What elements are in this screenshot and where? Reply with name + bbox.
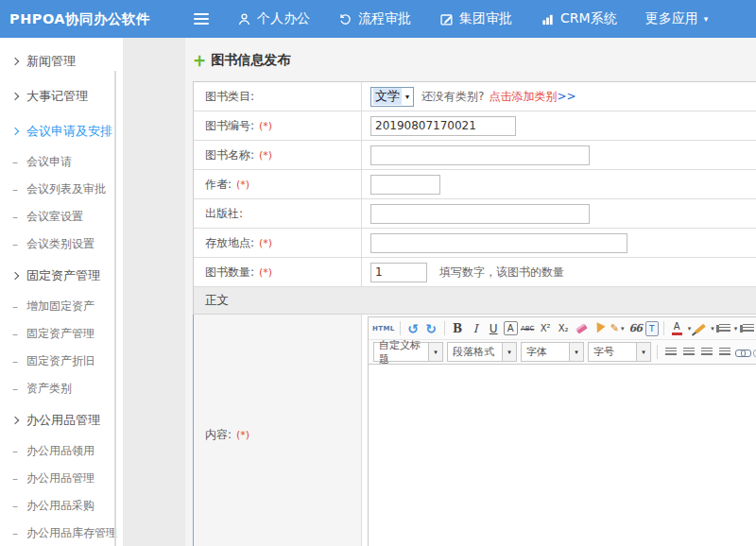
marker-pen-icon [695,323,706,333]
remove-link-button[interactable] [752,343,756,362]
ordered-list-button[interactable] [715,319,731,338]
required-marker: (*) [259,266,272,279]
editor-content-area[interactable] [369,365,756,546]
paste-text-button[interactable]: T [645,321,659,336]
category-select[interactable]: 文学 ▾ [370,87,414,107]
align-left-icon [665,348,677,357]
caret-down-icon: ▾ [569,343,583,361]
field-label: 图书编号: [205,118,254,134]
ordered-list-icon [719,324,730,333]
caret-down-icon[interactable]: ▾ [711,325,714,333]
align-justify-button[interactable] [716,343,732,362]
underline-button[interactable]: U [486,319,502,338]
edit-icon [439,12,454,26]
sidebar-item-add-asset[interactable]: 增加固定资产 [0,293,123,320]
align-center-icon [683,348,695,357]
bar-chart-icon [541,12,555,26]
strikethrough-button[interactable]: ABC [520,319,536,338]
blockquote-button[interactable]: 66 [627,319,644,338]
field-label: 出版社: [205,206,243,222]
highlight-color-button[interactable] [692,319,708,338]
sidebar-item-supplies-inventory[interactable]: 办公用品库存管理 [0,520,123,546]
font-border-button[interactable]: A [504,321,518,335]
sidebar-item-meeting-apply[interactable]: 会议申请 [0,148,123,176]
align-center-button[interactable] [680,343,696,362]
custom-title-select[interactable]: 自定义标题 ▾ [373,342,443,362]
eraser-button[interactable] [574,319,590,338]
sidebar-item-supplies-purchase[interactable]: 办公用品采购 [0,492,123,520]
insert-link-button[interactable] [734,343,750,362]
sidebar-item-supplies-manage[interactable]: 办公用品管理 [0,465,123,492]
nav-item-more-apps[interactable]: 更多应用 ▾ [645,10,709,27]
nav-item-personal-office[interactable]: 个人办公 [237,10,310,27]
add-category-arrows[interactable]: >> [557,90,576,103]
caret-down-icon[interactable]: ▾ [734,325,738,333]
required-marker: (*) [236,429,249,441]
required-marker: (*) [259,237,272,249]
caret-down-icon: ▾ [704,14,709,24]
location-input[interactable] [370,233,627,253]
sidebar-nav: 新闻管理 大事记管理 会议申请及安排 会议申请 会议列表及审批 会议室设置 会议… [0,38,123,546]
form-row-book-code: 图书编号:(*) [194,111,756,141]
nav-item-crm-system[interactable]: CRM系统 [541,10,617,27]
font-family-select[interactable]: 字体 ▾ [521,342,584,362]
redo-button[interactable]: ↻ [423,319,439,338]
book-name-input[interactable] [370,145,590,165]
font-color-button[interactable]: A [669,319,685,338]
sidebar-group-office-supplies[interactable]: 办公用品管理 [0,402,123,437]
editor-toolbar-row2: 自定义标题 ▾ 段落格式 ▾ 字体 ▾ 字号 ▾ [369,340,756,365]
no-category-hint: 还没有类别? [421,89,484,105]
book-code-input[interactable] [370,116,516,136]
align-left-button[interactable] [662,343,679,362]
sidebar-item-meeting-category[interactable]: 会议类别设置 [0,230,123,258]
menu-toggle-icon[interactable] [194,13,209,25]
undo-button[interactable]: ↺ [405,319,421,338]
unordered-list-icon [743,324,754,333]
nav-item-workflow-approval[interactable]: 流程审批 [338,10,411,27]
superscript-button[interactable]: X² [538,319,554,338]
caret-down-icon: ▾ [428,343,442,361]
sidebar-group-fixed-assets[interactable]: 固定资产管理 [0,258,123,293]
nav-item-label: 流程审批 [358,10,411,27]
section-header-body: 正文 [194,287,756,315]
italic-button[interactable]: I [468,319,484,338]
chevron-right-icon [11,272,19,280]
add-category-link[interactable]: 点击添加类别 [489,89,557,105]
subscript-button[interactable]: X₂ [556,319,572,338]
bold-button[interactable]: B [450,319,466,338]
sidebar-item-asset-manage[interactable]: 固定资产管理 [0,320,123,348]
font-size-select[interactable]: 字号 ▾ [588,342,651,362]
sidebar-group-meeting[interactable]: 会议申请及安排 [0,113,123,148]
publisher-input[interactable] [370,204,590,224]
field-label: 存放地点: [205,235,254,251]
page-title: + 图书信息发布 [193,50,756,71]
source-code-button[interactable]: HTML [372,319,395,338]
sidebar-group-news[interactable]: 新闻管理 [0,43,123,78]
author-input[interactable] [370,175,440,195]
field-label: 图书类目: [205,89,254,105]
sidebar-scrollbar[interactable] [114,71,116,546]
required-marker: (*) [259,120,272,132]
required-marker: (*) [236,179,249,191]
field-label: 图书名称: [205,147,254,163]
form-row-author: 作者:(*) [194,170,756,199]
form-row-content: 内容: (*) HTML ↺ ↻ B I U A ABC [193,315,756,546]
sidebar-group-memorabilia[interactable]: 大事记管理 [0,78,123,113]
chevron-right-icon [11,417,19,424]
align-right-button[interactable] [698,343,714,362]
plus-icon: + [193,53,206,69]
sidebar-item-asset-category[interactable]: 资产类别 [0,375,123,402]
top-navbar: PHPOA协同办公软件 个人办公 流程审批 集团审批 CRM系统 更多应用 ▾ [0,0,756,38]
sidebar-item-meeting-room[interactable]: 会议室设置 [0,203,123,230]
format-painter-button[interactable]: ✎▾ [610,319,626,338]
sidebar-item-supplies-claim[interactable]: 办公用品领用 [0,437,123,465]
paragraph-format-select[interactable]: 段落格式 ▾ [447,342,517,362]
sidebar-item-asset-depreciation[interactable]: 固定资产折旧 [0,348,123,375]
caret-down-icon[interactable]: ▾ [688,325,692,333]
editor-toolbar-row1: HTML ↺ ↻ B I U A ABC X² X₂ ✎ [369,317,756,340]
unordered-list-button[interactable] [738,319,754,338]
nav-item-group-approval[interactable]: 集团审批 [439,10,512,27]
quantity-input[interactable] [370,263,427,282]
sidebar-item-meeting-list[interactable]: 会议列表及审批 [0,176,123,203]
format-clear-button[interactable] [592,319,608,338]
